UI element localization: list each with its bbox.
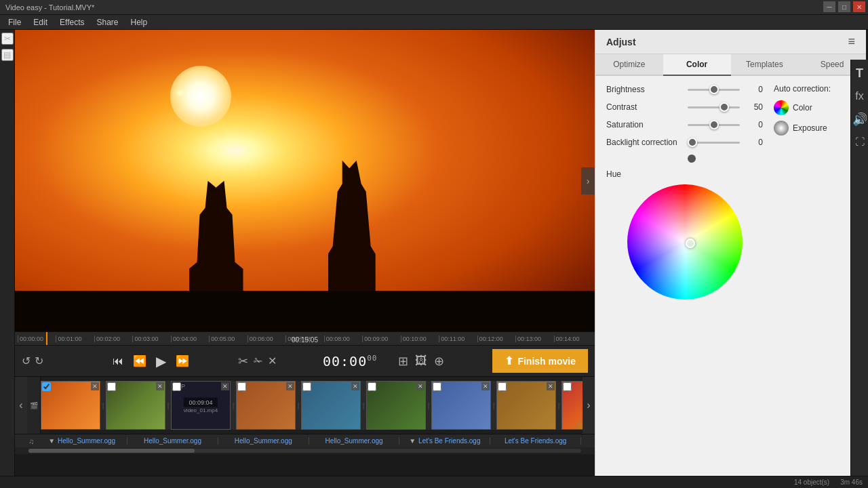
clip-3[interactable]: ✕ 00:09:04 video_01.mp4 P xyxy=(171,381,231,430)
timeline-scroll-left[interactable]: ‹ xyxy=(15,377,27,434)
selection-tool[interactable]: ✂ xyxy=(1,33,14,45)
tab-optimize[interactable]: Optimize xyxy=(595,54,663,76)
backlight-slider[interactable] xyxy=(688,142,740,144)
brightness-slider[interactable] xyxy=(688,89,740,91)
trim-button[interactable]: ✁ xyxy=(254,354,262,369)
close-button[interactable]: ✕ xyxy=(853,1,865,12)
auto-exposure-icon xyxy=(774,121,789,136)
playhead-cursor xyxy=(46,332,47,345)
clip-2[interactable]: ✕ xyxy=(106,381,165,430)
maximize-button[interactable]: □ xyxy=(838,1,850,12)
clip-2-close[interactable]: ✕ xyxy=(156,382,164,390)
audio-seg-6: Let's Be Friends.ogg xyxy=(490,437,581,445)
scrollbar-track[interactable] xyxy=(28,449,581,453)
menu-file[interactable]: File xyxy=(3,16,26,28)
audio-tool-button[interactable]: 🔊 xyxy=(851,110,869,128)
clip-2-checkbox[interactable] xyxy=(107,382,116,391)
clip-1-checkbox[interactable] xyxy=(42,382,51,391)
clip-6[interactable]: ✕ xyxy=(366,381,426,430)
clip-8-close[interactable]: ✕ xyxy=(547,382,555,390)
status-bar: 14 object(s) 3m 46s xyxy=(0,476,868,488)
menu-edit[interactable]: Edit xyxy=(28,16,53,28)
clip-5[interactable]: ✕ xyxy=(301,381,361,430)
ruler-mark: 00:00:00 xyxy=(18,336,56,342)
finish-movie-button[interactable]: ⬆ Finish movie xyxy=(492,349,588,373)
undo-button[interactable]: ↺ xyxy=(22,354,31,367)
clip-divider: | xyxy=(165,381,171,430)
right-toolbar: T fx 🔊 ⛶ xyxy=(850,60,868,488)
play-button[interactable]: ▶ xyxy=(153,350,169,372)
contrast-slider[interactable] xyxy=(688,106,740,108)
contrast-value: 50 xyxy=(744,102,763,112)
clip-1[interactable]: ✕ xyxy=(41,381,100,430)
audio-seg-5: ▼ Let's Be Friends.ogg xyxy=(399,437,490,445)
clip-3-close[interactable]: ✕ xyxy=(221,382,229,390)
ruler-mark: 00:01:00 xyxy=(56,336,94,342)
clip-5-close[interactable]: ✕ xyxy=(351,382,359,390)
delete-button[interactable]: ✕ xyxy=(268,354,277,369)
minimize-button[interactable]: ─ xyxy=(823,1,835,12)
clip-6-close[interactable]: ✕ xyxy=(416,382,425,390)
clip-3-indicator: P xyxy=(181,383,185,390)
clip-7[interactable]: ✕ xyxy=(431,381,491,430)
add-clip-button[interactable]: ⊞ xyxy=(396,352,410,371)
skip-to-start-button[interactable]: ⏮ xyxy=(110,352,126,370)
menu-share[interactable]: Share xyxy=(92,16,124,28)
fast-forward-button[interactable]: ⏩ xyxy=(173,352,192,370)
clip-7-checkbox[interactable] xyxy=(433,382,441,391)
effects-tool-button[interactable]: fx xyxy=(854,89,865,104)
clip-6-checkbox[interactable] xyxy=(368,382,376,391)
redo-button[interactable]: ↻ xyxy=(35,354,43,367)
scrollbar-thumb[interactable] xyxy=(28,449,195,453)
menu-effects[interactable]: Effects xyxy=(54,16,90,28)
lens-flare-2 xyxy=(160,150,163,154)
color-wheel-cursor[interactable] xyxy=(686,239,695,248)
clip-1-close[interactable]: ✕ xyxy=(91,382,99,390)
adjust-title: Adjust xyxy=(606,37,636,47)
horizontal-scrollbar[interactable] xyxy=(15,447,595,454)
color-wheel-container xyxy=(606,184,763,300)
clip-5-checkbox[interactable] xyxy=(302,382,311,391)
adjust-menu-icon[interactable]: ≡ xyxy=(848,35,855,49)
backlight-row: Backlight correction 0 xyxy=(606,137,763,148)
preview-expand-button[interactable]: › xyxy=(581,167,595,195)
clip-4-checkbox[interactable] xyxy=(237,382,246,391)
timeline-tool[interactable]: ▤ xyxy=(1,49,14,61)
clip-3-checkbox[interactable] xyxy=(172,382,181,391)
add-text-button[interactable]: ⊕ xyxy=(432,352,446,371)
preview-area: › 00:00:00 00:01:00 00:02:00 00:03:00 00… xyxy=(15,30,595,488)
color-wheel[interactable] xyxy=(627,184,743,300)
window-title: Video easy - Tutorial.MVY* xyxy=(5,3,863,12)
auto-exposure-item[interactable]: Exposure xyxy=(774,121,855,136)
auto-color-item[interactable]: Color xyxy=(774,100,855,115)
add-image-button[interactable]: 🖼 xyxy=(413,352,429,371)
fullscreen-tool-button[interactable]: ⛶ xyxy=(854,135,866,148)
clip-7-close[interactable]: ✕ xyxy=(481,382,490,390)
split-button[interactable]: ✂ xyxy=(238,354,248,369)
rewind-button[interactable]: ⏪ xyxy=(130,352,149,370)
menu-help[interactable]: Help xyxy=(125,16,153,28)
saturation-slider[interactable] xyxy=(688,124,740,126)
backlight-circle-control[interactable] xyxy=(688,155,696,163)
text-tool-button[interactable]: T xyxy=(854,65,865,82)
clip-divider: | xyxy=(426,381,431,430)
clip-9[interactable]: ✕ xyxy=(561,381,583,430)
clip-8[interactable]: ✕ xyxy=(496,381,556,430)
adjust-panel: Adjust ≡ Optimize Color Templates Speed … xyxy=(595,30,866,488)
clip-9-checkbox[interactable] xyxy=(563,382,572,391)
tab-color[interactable]: Color xyxy=(663,54,731,76)
clip-8-checkbox[interactable] xyxy=(498,382,507,391)
auto-exposure-label: Exposure xyxy=(793,123,827,133)
backlight-label: Backlight correction xyxy=(606,138,688,147)
video-preview: › xyxy=(15,30,595,331)
brightness-value: 0 xyxy=(744,85,763,94)
tab-templates[interactable]: Templates xyxy=(731,54,799,76)
timeline-scroll-right[interactable]: › xyxy=(583,377,595,434)
clip-4-close[interactable]: ✕ xyxy=(286,382,294,390)
track-labels: 🎬 xyxy=(27,377,41,434)
contrast-row: Contrast 50 xyxy=(606,102,763,113)
adjust-content: Brightness 0 Contrast 50 Saturation xyxy=(595,76,866,488)
audio-seg-2: Hello_Summer.ogg xyxy=(127,437,218,445)
clip-divider: | xyxy=(491,381,496,430)
clip-4[interactable]: ✕ xyxy=(236,381,296,430)
